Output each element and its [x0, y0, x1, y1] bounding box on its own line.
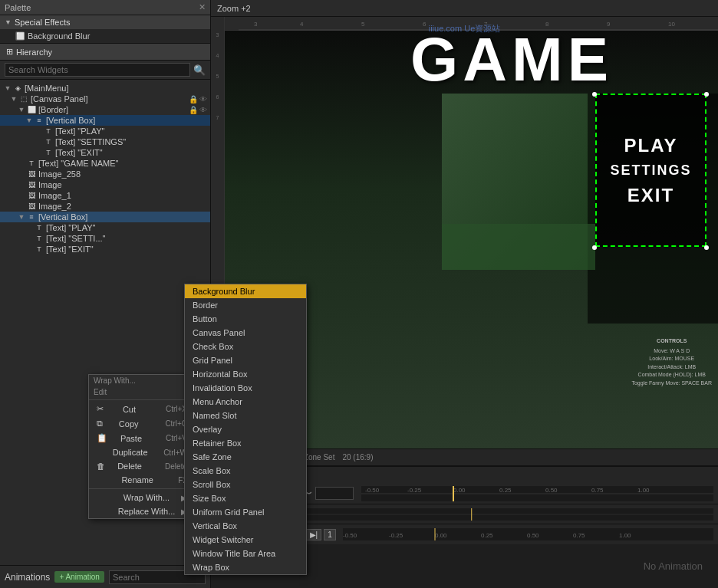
- tree-item-text-play2[interactable]: T [Text] "PLAY": [0, 222, 210, 233]
- vbox2-expand-icon: ▼: [17, 213, 26, 221]
- wrap-button[interactable]: Button: [185, 312, 306, 326]
- hierarchy-title: Hierarchy: [16, 48, 52, 57]
- ctx-rename[interactable]: Rename F2: [89, 473, 195, 487]
- wrap-scroll-box[interactable]: Scroll Box: [185, 478, 306, 491]
- ctx-delete[interactable]: 🗑 Delete Delete: [89, 459, 195, 473]
- copy-icon: ⧉: [97, 419, 103, 429]
- se-expand-icon: ▼: [5, 18, 12, 26]
- hierarchy-search-bar: 🔍: [0, 61, 210, 80]
- tree-item-canvaspanel[interactable]: ▼ ⬚ [Canvas Panel] 🔒 👁: [0, 94, 210, 104]
- palette-close-button[interactable]: ✕: [199, 2, 206, 12]
- tree-item-image[interactable]: 🖼 Image: [0, 179, 210, 190]
- copy-label: Copy: [119, 419, 139, 429]
- tree-item-image258[interactable]: 🖼 Image_258: [0, 169, 210, 179]
- tree-item-image1[interactable]: 🖼 Image_1: [0, 190, 210, 201]
- canvaspanel-icon: ⬚: [18, 94, 29, 103]
- wrap-canvas-panel[interactable]: Canvas Panel: [185, 326, 306, 340]
- rename-label: Rename: [121, 475, 153, 485]
- delete-icon: 🗑: [97, 462, 105, 471]
- ctx-replace-with-btn[interactable]: Replace With... ▶: [89, 504, 195, 518]
- ctx-edit-label: Edit: [94, 388, 107, 396]
- tree-item-text-gamename[interactable]: T [Text] "GAME NAME": [0, 158, 210, 169]
- add-animation-button[interactable]: + Animation: [54, 571, 104, 583]
- border-label: [Border]: [38, 105, 68, 114]
- border-lock-icon[interactable]: 🔒: [189, 106, 198, 114]
- background-blur-label: Background Blur: [28, 31, 90, 41]
- svg-text:-0.25: -0.25: [389, 532, 403, 539]
- wrap-overlay[interactable]: Overlay: [185, 422, 306, 436]
- ctx-duplicate[interactable]: Duplicate Ctrl+W: [89, 445, 195, 459]
- text-setti-icon: T: [34, 234, 44, 243]
- next-key-btn[interactable]: ▶|: [306, 529, 322, 540]
- text-gamename-icon: T: [26, 159, 37, 168]
- background-blur-item[interactable]: ⬜ Background Blur: [0, 29, 210, 43]
- wrap-safe-zone[interactable]: Safe Zone: [185, 450, 306, 464]
- svg-text:0.25: 0.25: [481, 532, 493, 539]
- viewport-topbar: Zoom +2: [211, 0, 718, 17]
- svg-text:-0.25: -0.25: [407, 487, 422, 494]
- tree-item-text-play1[interactable]: T [Text] "PLAY": [0, 126, 210, 136]
- ctx-paste[interactable]: 📋 Paste Ctrl+V: [89, 431, 195, 445]
- visibility-icon[interactable]: 👁: [199, 95, 207, 103]
- wrap-window-title-bar-area[interactable]: Window Title Bar Area: [185, 547, 306, 560]
- special-effects-header[interactable]: ▼ Special Effects: [0, 15, 210, 29]
- wrap-horizontal-box[interactable]: Horizontal Box: [185, 367, 306, 381]
- tree-item-text-exit2[interactable]: T [Text] "EXIT": [0, 244, 210, 255]
- svg-text:4: 4: [300, 21, 304, 28]
- ctx-copy[interactable]: ⧉ Copy Ctrl+C: [89, 416, 195, 431]
- cut-icon: ✂: [97, 404, 104, 414]
- tl-bottom-ruler: -0.50 -0.25 0.00 0.25 0.50 0.75 1.00: [343, 528, 713, 540]
- hierarchy-search-icon[interactable]: 🔍: [193, 64, 206, 76]
- wrap-invalidation-box[interactable]: Invalidation Box: [185, 381, 306, 395]
- wrap-menu-anchor[interactable]: Menu Anchor: [185, 395, 306, 409]
- wrap-check-box[interactable]: Check Box: [185, 340, 306, 353]
- time-input[interactable]: 0.00: [315, 487, 354, 500]
- wrap-retainer-box[interactable]: Retainer Box: [185, 436, 306, 450]
- border-vis-icon[interactable]: 👁: [199, 106, 207, 114]
- text-play2-label: [Text] "PLAY": [46, 223, 95, 232]
- tree-item-image2[interactable]: 🖼 Image_2: [0, 201, 210, 212]
- ctx-cut[interactable]: ✂ Cut Ctrl+X: [89, 402, 195, 416]
- ruler-mark: 5: [216, 74, 219, 79]
- lock-icon[interactable]: 🔒: [189, 95, 198, 103]
- vbox1-label: [Vertical Box]: [46, 116, 95, 125]
- wrap-named-slot[interactable]: Named Slot: [185, 409, 306, 422]
- text-settings1-icon: T: [43, 137, 54, 146]
- game-title-text: GAME: [410, 25, 613, 95]
- tree-item-mainmenu[interactable]: ▼ ◈ [MainMenu]: [0, 83, 210, 94]
- tree-item-text-settings1[interactable]: T [Text] "SETTINGS": [0, 136, 210, 147]
- wrap-background-blur[interactable]: Background Blur: [185, 284, 306, 298]
- wrap-grid-panel[interactable]: Grid Panel: [185, 353, 306, 367]
- ctx-wrap-with-btn[interactable]: Wrap With... ▶: [89, 491, 195, 504]
- ctx-wrap-with-header: Wrap With...: [89, 375, 195, 386]
- tree-item-border[interactable]: ▼ ⬜ [Border] 🔒 👁: [0, 104, 210, 115]
- text-settings1-label: [Text] "SETTINGS": [55, 137, 126, 146]
- wrap-scale-box[interactable]: Scale Box: [185, 464, 306, 478]
- wrap-wrap-box[interactable]: Wrap Box: [185, 560, 306, 574]
- hierarchy-search-input[interactable]: [5, 63, 190, 77]
- tree-item-verticalbox2[interactable]: ▼ ≡ [Vertical Box]: [0, 212, 210, 222]
- wrap-widget-switcher[interactable]: Widget Switcher: [185, 533, 306, 547]
- resolution-label: 20 (16:9): [342, 453, 373, 462]
- ruler-mark: 4: [216, 53, 219, 58]
- loop-btn[interactable]: 1: [324, 529, 336, 540]
- controls-look: Look/Aim: MOUSE: [631, 355, 712, 363]
- tree-item-verticalbox1[interactable]: ▼ ≡ [Vertical Box]: [0, 115, 210, 126]
- text-play2-icon: T: [34, 223, 44, 232]
- wrap-submenu: Background Blur Border Button Canvas Pan…: [184, 284, 307, 575]
- text-exit1-icon: T: [43, 148, 54, 157]
- tree-item-text-exit1[interactable]: T [Text] "EXIT": [0, 147, 210, 158]
- image258-label: Image_258: [38, 169, 81, 179]
- svg-text:-0.50: -0.50: [365, 487, 380, 494]
- wrap-size-box[interactable]: Size Box: [185, 491, 306, 505]
- wrap-border[interactable]: Border: [185, 298, 306, 312]
- wrap-uniform-grid-panel[interactable]: Uniform Grid Panel: [185, 505, 306, 519]
- svg-text:0.00: 0.00: [453, 487, 466, 494]
- hierarchy-icon: ⊞: [6, 47, 13, 57]
- wrap-vertical-box[interactable]: Vertical Box: [185, 519, 306, 533]
- menu-box: PLAY SETTINGS EXIT: [595, 94, 706, 247]
- palette-title: Palette: [5, 3, 31, 12]
- ctx-edit-header: Edit: [89, 386, 195, 398]
- selection-corner-br: [704, 245, 709, 250]
- tree-item-text-setti[interactable]: T [Text] "SETTI...": [0, 233, 210, 244]
